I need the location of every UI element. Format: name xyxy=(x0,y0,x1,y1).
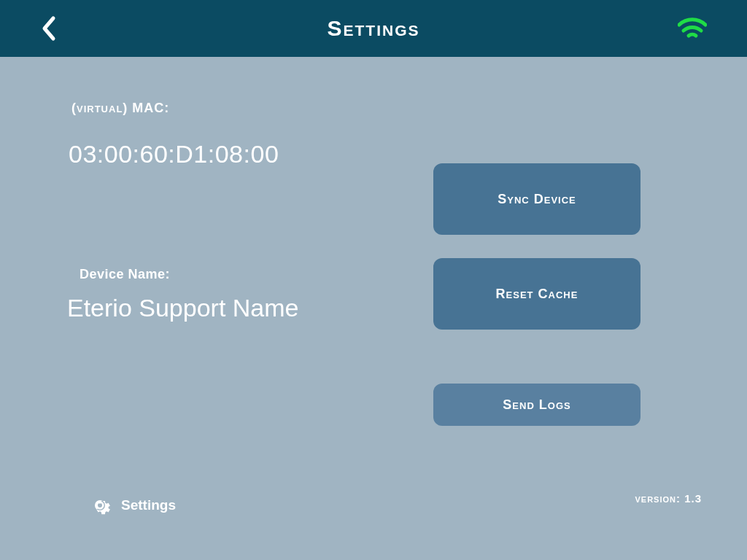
mac-label-prefix: (virtual) xyxy=(71,101,128,115)
settings-nav-label: Settings xyxy=(121,497,176,513)
settings-nav-item[interactable]: Settings xyxy=(89,494,176,516)
mac-address-value: 03:00:60:D1:08:00 xyxy=(69,140,279,168)
device-name-label: Device Name: xyxy=(80,267,170,282)
version-text: version: 1.3 xyxy=(635,492,702,505)
send-logs-button[interactable]: Send Logs xyxy=(433,384,640,426)
reset-cache-button[interactable]: Reset Cache xyxy=(433,258,640,330)
gear-icon xyxy=(89,494,111,516)
version-label: version: xyxy=(635,492,681,505)
sync-device-button[interactable]: Sync Device xyxy=(433,163,640,235)
wifi-status-icon xyxy=(678,18,707,39)
settings-content: (virtual) MAC: 03:00:60:D1:08:00 Device … xyxy=(0,57,747,560)
version-number: 1.3 xyxy=(684,492,702,505)
chevron-left-icon xyxy=(40,15,56,42)
back-button[interactable] xyxy=(40,15,56,42)
mac-label: (virtual) MAC: xyxy=(71,101,169,116)
device-name-value: Eterio Support Name xyxy=(67,294,299,322)
app-header: Settings xyxy=(0,0,747,57)
mac-label-suffix: MAC: xyxy=(128,101,169,115)
page-title: Settings xyxy=(327,16,419,41)
